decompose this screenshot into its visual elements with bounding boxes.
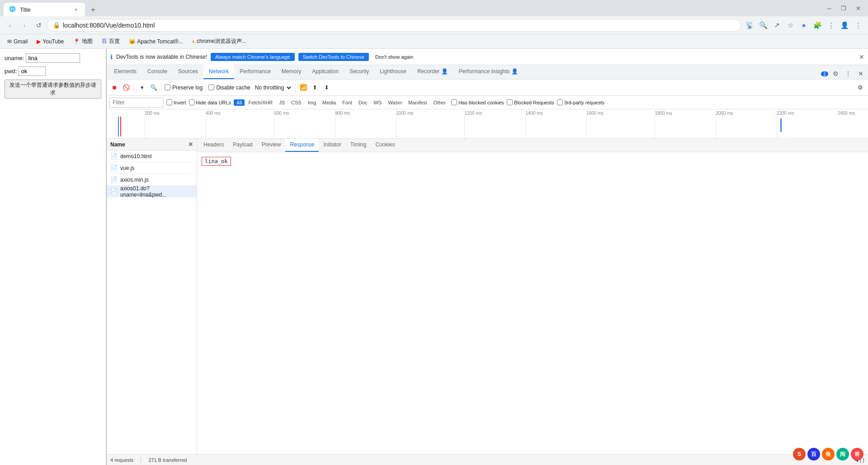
throttle-select[interactable]: No throttling (252, 83, 292, 92)
file-name-demo10: demo10.html (120, 153, 151, 160)
disable-cache-input[interactable] (208, 85, 214, 90)
uname-row: uname: (5, 53, 101, 63)
disable-cache-label: Disable cache (216, 85, 250, 91)
tab-recorder[interactable]: Recorder 👤 (412, 65, 453, 79)
blocked-requests-checkbox[interactable]: Blocked Requests (507, 99, 554, 105)
disable-cache-checkbox[interactable]: Disable cache (208, 85, 250, 91)
resp-tab-response[interactable]: Response (285, 139, 319, 152)
file-list-close-button[interactable]: ✕ (188, 141, 193, 148)
filter-other[interactable]: Other (431, 99, 449, 106)
clear-button[interactable]: 🚫 (121, 83, 131, 93)
tab-security[interactable]: Security (344, 65, 374, 79)
back-button[interactable]: ‹ (4, 19, 16, 32)
file-item-axios01[interactable]: 📄 axios01.do?uname=lina&pwd... (107, 186, 197, 197)
always-match-button[interactable]: Always match Chrome's language (211, 53, 295, 61)
filter-manifest[interactable]: Manifest (406, 99, 430, 106)
bookmark-gmail[interactable]: ✉ Gmail (4, 38, 31, 46)
resp-tab-cookies[interactable]: Cookies (371, 139, 399, 152)
devtools-close-icon[interactable]: ✕ (855, 68, 866, 79)
tab-elements[interactable]: Elements (108, 65, 142, 79)
submit-button[interactable]: 发送一个带普通请求参数值的异步请求 (5, 80, 101, 99)
share-icon[interactable]: ↗ (770, 19, 783, 32)
cast-icon[interactable]: 📡 (743, 19, 756, 32)
extensions-icon[interactable]: 🧩 (811, 19, 824, 32)
upload-icon[interactable]: ⬆ (310, 83, 320, 93)
preserve-log-checkbox[interactable]: Preserve log (165, 85, 203, 91)
dont-show-button[interactable]: Don't show again (373, 53, 416, 61)
reload-button[interactable]: ↺ (33, 19, 45, 32)
hide-data-urls-checkbox[interactable]: Hide data URLs (189, 99, 231, 105)
tab-performance-insights[interactable]: Performance insights 👤 (453, 65, 524, 79)
pwd-input[interactable] (19, 66, 46, 76)
download-icon[interactable]: ⬇ (322, 83, 332, 93)
address-bar[interactable]: 🔒 localhost:8080/Vue/demo10.html (47, 19, 741, 32)
resp-tab-headers[interactable]: Headers (199, 139, 228, 152)
tab-sources[interactable]: Sources (173, 65, 203, 79)
has-blocked-cookies-checkbox[interactable]: Has blocked cookies (451, 99, 504, 105)
name-column-header: Name (110, 141, 125, 148)
filter-fetch-xhr[interactable]: Fetch/XHR (245, 99, 275, 106)
file-item-axios-min[interactable]: 📄 axios.min.js (107, 174, 197, 186)
resp-tab-timing[interactable]: Timing (346, 139, 371, 152)
chrome-icon[interactable]: ● (797, 19, 810, 32)
tab-lighthouse[interactable]: Lighthouse (374, 65, 412, 79)
close-tab-button[interactable]: × (72, 6, 80, 13)
network-toolbar: ⏺ 🚫 ▾ 🔍 Preserve log Disable cache No th… (107, 80, 868, 96)
tab-application[interactable]: Application (307, 65, 344, 79)
filter-css[interactable]: CSS (288, 99, 304, 106)
uname-input[interactable] (26, 53, 80, 63)
network-body: Name ✕ 📄 demo10.html 📄 vue.js 📄 axios.mi… (107, 139, 868, 454)
tab-console[interactable]: Console (142, 65, 173, 79)
network-settings-icon[interactable]: ⚙ (855, 83, 865, 93)
filter-input[interactable] (109, 98, 164, 108)
menu-icon[interactable]: ⋮ (825, 19, 837, 32)
filter-doc[interactable]: Doc (356, 99, 370, 106)
bookmark-maps[interactable]: 📍 地图 (70, 37, 96, 46)
resp-tab-payload[interactable]: Payload (228, 139, 257, 152)
search-network-button[interactable]: 🔍 (149, 83, 159, 93)
devtools-settings-icon[interactable]: ⚙ (830, 68, 841, 79)
response-tabs: Headers Payload Preview Response Initiat… (197, 139, 868, 152)
new-tab-button[interactable]: + (87, 4, 99, 16)
bookmark-youtube[interactable]: ▶ YouTube (33, 38, 67, 46)
address-url: localhost:8080/Vue/demo10.html (63, 22, 736, 29)
filter-js[interactable]: JS (276, 99, 288, 106)
active-tab[interactable]: 🌐 Title × (4, 3, 85, 16)
tab-network[interactable]: Network (203, 65, 234, 79)
filter-icon[interactable]: ▾ (137, 83, 147, 93)
switch-chinese-button[interactable]: Switch DevTools to Chinese (298, 53, 369, 61)
notification-close[interactable]: ✕ (859, 53, 864, 61)
forward-button[interactable]: › (18, 19, 31, 32)
baidu-favicon: 百 (102, 38, 107, 45)
more-icon[interactable]: ⋮ (852, 19, 864, 32)
bookmark-tomcat[interactable]: 🐱 Apache Tomcat®... (125, 38, 187, 46)
file-item-demo10[interactable]: 📄 demo10.html (107, 150, 197, 162)
filter-ws[interactable]: WS (371, 99, 385, 106)
record-button[interactable]: ⏺ (109, 83, 119, 93)
wifi-icon[interactable]: 📶 (298, 83, 308, 93)
invert-checkbox[interactable]: Invert (166, 99, 186, 105)
close-button[interactable]: ✕ (852, 2, 864, 14)
file-item-vuejs[interactable]: 📄 vue.js (107, 162, 197, 174)
profile-icon[interactable]: 👤 (838, 19, 851, 32)
toolbar-divider-1 (134, 83, 134, 92)
preserve-log-input[interactable] (165, 85, 170, 90)
resp-tab-initiator[interactable]: Initiator (319, 139, 345, 152)
bookmark-baidu[interactable]: 百 百度 (98, 37, 123, 46)
filter-all[interactable]: All (234, 99, 245, 106)
filter-media[interactable]: Media (320, 99, 339, 106)
devtools-more-icon[interactable]: ⋮ (843, 68, 854, 79)
third-party-checkbox[interactable]: 3rd-party requests (557, 99, 604, 105)
search-icon[interactable]: 🔍 (757, 19, 769, 32)
bookmark-chrome[interactable]: ♦ chrome浏览器设声... (189, 37, 250, 46)
minimize-button[interactable]: ─ (823, 2, 835, 14)
filter-wasm[interactable]: Wasm (385, 99, 405, 106)
maximize-button[interactable]: ❐ (837, 2, 850, 14)
toolbar-divider-2 (161, 83, 162, 92)
tab-memory[interactable]: Memory (276, 65, 307, 79)
filter-font[interactable]: Font (340, 99, 355, 106)
tab-performance[interactable]: Performance (234, 65, 276, 79)
bookmark-icon[interactable]: ☆ (784, 19, 797, 32)
filter-img[interactable]: Img (305, 99, 319, 106)
resp-tab-preview[interactable]: Preview (257, 139, 286, 152)
